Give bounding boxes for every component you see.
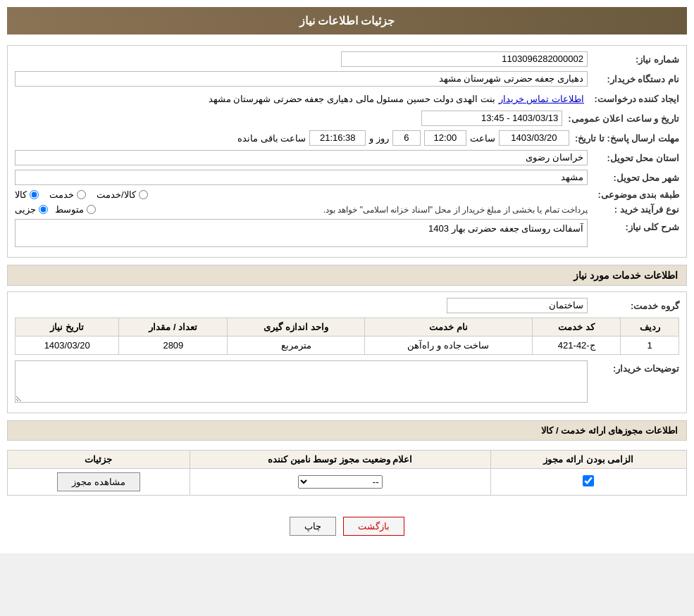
- category-radio-group: کالا/خدمت خدمت کالا: [15, 189, 588, 200]
- cell-code-1: ج-42-421: [533, 337, 621, 355]
- response-deadline-label: مهلت ارسال پاسخ: تا تاریخ:: [569, 133, 679, 144]
- creator-value: بنت الهدی دولت حسین مسئول مالی دهیاری جع…: [209, 94, 495, 104]
- purchase-label-medium: متوسط: [55, 204, 84, 215]
- city-label: شهر محل تحویل:: [588, 172, 679, 183]
- creator-label: ایجاد کننده درخواست:: [588, 94, 679, 104]
- announce-datetime-label: تاریخ و ساعت اعلان عمومی:: [562, 113, 679, 124]
- creator-row: ایجاد کننده درخواست: اطلاعات تماس خریدار…: [15, 91, 679, 106]
- service-group-value: ساختمان: [447, 298, 588, 313]
- main-section: شماره نیاز: 1103096282000002 نام دستگاه …: [7, 45, 687, 258]
- back-button[interactable]: بازگشت: [343, 517, 404, 536]
- page-container: جزئیات اطلاعات نیاز شماره نیاز: 11030962…: [0, 0, 694, 553]
- permits-status-select[interactable]: --: [298, 475, 383, 489]
- buyer-notes-textarea[interactable]: [15, 360, 588, 403]
- response-remain-label: ساعت باقی مانده: [237, 133, 306, 144]
- col-quantity: تعداد / مقدار: [119, 318, 228, 337]
- response-deadline-row: مهلت ارسال پاسخ: تا تاریخ: 1403/03/20 سا…: [15, 130, 679, 146]
- col-date: تاریخ نیاز: [16, 318, 119, 337]
- page-header: جزئیات اطلاعات نیاز: [7, 7, 687, 34]
- cell-qty-1: 2809: [119, 337, 228, 355]
- category-row: طبقه بندی موضوعی: کالا/خدمت خدمت کالا: [15, 189, 679, 200]
- col-row-num: ردیف: [621, 318, 679, 337]
- buyer-org-row: نام دستگاه خریدار: دهیاری جعفه حضرتی شهر…: [15, 71, 679, 87]
- purchase-type-row: نوع فرآیند خرید : پرداخت تمام یا بخشی از…: [15, 204, 679, 215]
- category-radio-kala-khedmat[interactable]: [139, 190, 148, 199]
- action-buttons: بازگشت چاپ: [7, 517, 687, 536]
- service-group-row: گروه خدمت: ساختمان: [15, 298, 679, 313]
- category-label-khedmat: خدمت: [49, 189, 74, 200]
- print-button[interactable]: چاپ: [290, 517, 336, 536]
- purchase-option-medium: متوسط: [55, 204, 96, 215]
- view-permit-button[interactable]: مشاهده مجوز: [57, 472, 140, 491]
- permits-mandatory-checkbox[interactable]: [583, 475, 594, 486]
- province-value: خراسان رضوی: [15, 150, 588, 165]
- buyer-notes-label: توضیحات خریدار:: [588, 360, 679, 374]
- response-time-label: ساعت: [470, 133, 495, 144]
- category-label: طبقه بندی موضوعی:: [588, 189, 679, 200]
- purchase-option-small: جزیی: [15, 204, 48, 215]
- permits-mandatory-checkbox-cell: [490, 469, 686, 496]
- response-date-value: 1403/03/20: [499, 130, 569, 146]
- permits-separator: اطلاعات مجوزهای ارائه خدمت / کالا: [7, 420, 687, 441]
- response-days-unit: روز و: [369, 133, 389, 144]
- permits-col-mandatory: الزامی بودن ارائه مجوز: [490, 451, 686, 469]
- response-days-value: 6: [392, 130, 421, 146]
- announce-datetime-row: تاریخ و ساعت اعلان عمومی: 1403/03/13 - 1…: [15, 111, 679, 126]
- category-option-kala: کالا: [15, 189, 39, 200]
- purchase-type-fields: پرداخت تمام یا بخشی از مبلغ خریدار از مح…: [15, 204, 588, 215]
- province-label: استان محل تحویل:: [588, 153, 679, 163]
- creator-field: اطلاعات تماس خریدار بنت الهدی دولت حسین …: [15, 91, 588, 106]
- category-radio-kala[interactable]: [30, 190, 39, 199]
- services-section: گروه خدمت: ساختمان ردیف کد خدمت نام خدمت…: [7, 291, 687, 413]
- permits-section: الزامی بودن ارائه مجوز اعلام وضعیت مجوز …: [7, 446, 687, 506]
- cell-row-1: 1: [621, 337, 679, 355]
- purchase-type-label: نوع فرآیند خرید :: [588, 204, 679, 215]
- page-title: جزئیات اطلاعات نیاز: [299, 15, 395, 27]
- services-table-header: ردیف کد خدمت نام خدمت واحد اندازه گیری ت…: [16, 318, 679, 337]
- category-label-kala-khedmat: کالا/خدمت: [97, 189, 136, 200]
- permits-details-cell: مشاهده مجوز: [8, 469, 190, 496]
- services-table-row-1: 1 ج-42-421 ساخت جاده و راه‌آهن مترمربع 2…: [16, 337, 679, 355]
- purchase-radio-small[interactable]: [39, 205, 48, 214]
- col-service-name: نام خدمت: [364, 318, 532, 337]
- category-option-kala-khedmat: کالا/خدمت: [97, 189, 148, 200]
- permits-table: الزامی بودن ارائه مجوز اعلام وضعیت مجوز …: [7, 450, 687, 496]
- cell-date-1: 1403/03/20: [16, 337, 119, 355]
- response-deadline-fields: 1403/03/20 ساعت 12:00 6 روز و 21:16:38 س…: [15, 130, 569, 146]
- city-value: مشهد: [15, 170, 588, 185]
- col-service-code: کد خدمت: [533, 318, 621, 337]
- announce-datetime-value: 1403/03/13 - 13:45: [421, 111, 562, 126]
- purchase-radio-medium[interactable]: [87, 205, 96, 214]
- permits-status-cell: --: [190, 469, 490, 496]
- category-label-kala: کالا: [15, 189, 27, 200]
- province-row: استان محل تحویل: خراسان رضوی: [15, 150, 679, 165]
- category-option-khedmat: خدمت: [49, 189, 86, 200]
- permits-table-row-1: -- مشاهده مجوز: [8, 469, 687, 496]
- services-table: ردیف کد خدمت نام خدمت واحد اندازه گیری ت…: [15, 318, 679, 355]
- buyer-org-label: نام دستگاه خریدار:: [588, 74, 679, 84]
- response-time-remain: 21:16:38: [309, 130, 366, 146]
- service-group-label: گروه خدمت:: [588, 301, 679, 311]
- permits-separator-title: اطلاعات مجوزهای ارائه خدمت / کالا: [541, 425, 678, 436]
- city-row: شهر محل تحویل: مشهد: [15, 170, 679, 185]
- need-number-value: 1103096282000002: [341, 51, 588, 67]
- category-radio-khedmat[interactable]: [77, 190, 86, 199]
- creator-contact-link[interactable]: اطلاعات تماس خریدار: [499, 94, 584, 104]
- description-label: شرح کلی نیاز:: [588, 219, 679, 232]
- need-number-row: شماره نیاز: 1103096282000002: [15, 51, 679, 67]
- description-value: آسفالت روستای جعفه حضرتی بهار 1403: [15, 219, 588, 247]
- cell-unit-1: مترمربع: [228, 337, 364, 355]
- services-section-title: اطلاعات خدمات مورد نیاز: [7, 265, 687, 286]
- response-time-value: 12:00: [424, 130, 466, 146]
- buyer-org-value: دهیاری جعفه حضرتی شهرستان مشهد: [15, 71, 588, 87]
- need-number-label: شماره نیاز:: [588, 54, 679, 65]
- purchase-label-small: جزیی: [15, 204, 36, 215]
- permits-table-header: الزامی بودن ارائه مجوز اعلام وضعیت مجوز …: [8, 451, 687, 469]
- permits-col-details: جزئیات: [8, 451, 190, 469]
- permits-col-status: اعلام وضعیت مجوز توسط نامین کننده: [190, 451, 490, 469]
- purchase-note: پرداخت تمام یا بخشی از مبلغ خریدار از مح…: [103, 205, 588, 215]
- cell-name-1: ساخت جاده و راه‌آهن: [364, 337, 532, 355]
- buyer-notes-row: توضیحات خریدار:: [15, 360, 679, 403]
- col-unit: واحد اندازه گیری: [228, 318, 364, 337]
- description-row: شرح کلی نیاز: آسفالت روستای جعفه حضرتی ب…: [15, 219, 679, 247]
